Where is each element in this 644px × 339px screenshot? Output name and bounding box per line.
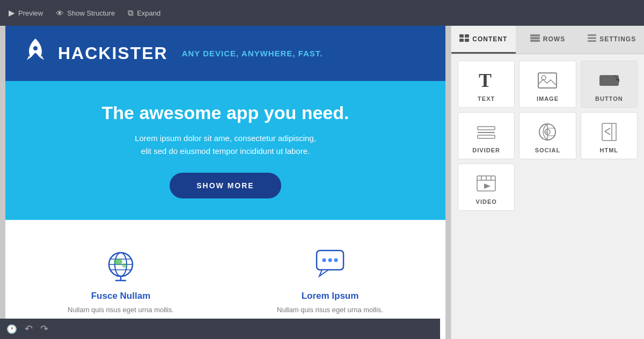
tab-settings[interactable]: SETTINGS — [580, 26, 644, 54]
hero-tagline: ANY DEVICE, ANYWHERE, FAST. — [182, 49, 323, 58]
hero-headline: The awesome app you need. — [21, 102, 429, 123]
canvas-bottom-toolbar: 🕐 ↶ ↷ — [0, 319, 440, 339]
preview-label: Preview — [18, 9, 43, 17]
main-area: HACKISTER ANY DEVICE, ANYWHERE, FAST. Th… — [0, 26, 644, 339]
expand-icon: ⧉ — [128, 8, 134, 18]
preview-icon: ▶ — [9, 8, 15, 18]
feature-desc-1: Nullam quis risus eget urna mollis. — [27, 306, 215, 314]
text-icon: T — [478, 70, 495, 91]
svg-rect-15 — [459, 34, 464, 38]
svg-rect-26 — [538, 73, 557, 88]
video-icon — [477, 173, 496, 194]
svg-text:T: T — [479, 71, 492, 90]
show-structure-icon: 👁 — [56, 9, 64, 18]
tab-content-label: CONTENT — [472, 35, 507, 43]
button-item-label: BUTTON — [595, 95, 623, 102]
svg-rect-18 — [465, 39, 469, 42]
feature-desc-2: Nullam quis risus eget urna mollis. — [236, 306, 424, 314]
top-toolbar: ▶ Preview 👁 Show Structure ⧉ Expand — [0, 0, 644, 26]
panel-tabs: CONTENT ROWS — [451, 26, 644, 54]
tab-content[interactable]: CONTENT — [451, 26, 516, 54]
hero-body-text: Lorem ipsum dolor sit ame, consectetur a… — [21, 132, 429, 158]
svg-point-27 — [541, 76, 546, 80]
features-section: Fusce Nullam Nullam quis risus eget urna… — [5, 220, 445, 330]
content-item-button[interactable]: BUTTON — [581, 61, 638, 108]
video-item-label: VIDEO — [476, 198, 497, 205]
settings-tab-icon — [588, 34, 596, 43]
brand-name: HACKISTER — [58, 43, 168, 63]
history-button[interactable]: 🕐 — [6, 324, 17, 334]
svg-rect-17 — [459, 39, 464, 42]
social-icon: + — [539, 121, 556, 143]
content-item-image[interactable]: IMAGE — [519, 61, 576, 108]
svg-point-8 — [114, 259, 122, 265]
svg-point-13 — [328, 259, 332, 262]
undo-button[interactable]: ↶ — [25, 323, 33, 335]
chat-icon — [236, 241, 424, 284]
content-item-html[interactable]: HTML — [581, 112, 638, 159]
svg-rect-20 — [530, 37, 540, 39]
html-item-label: HTML — [600, 147, 619, 153]
svg-marker-11 — [319, 270, 328, 276]
expand-button[interactable]: ⧉ Expand — [128, 8, 160, 18]
divider-icon — [477, 121, 496, 143]
tab-rows-label: ROWS — [543, 35, 565, 43]
content-grid: T TEXT IMAGE — [451, 54, 644, 217]
feature-item-2: Lorem Ipsum Nullam quis risus eget urna … — [225, 236, 435, 319]
rocket-icon — [21, 36, 49, 70]
svg-line-42 — [605, 131, 610, 135]
svg-rect-19 — [530, 34, 540, 36]
social-item-label: SOCIAL — [535, 147, 561, 153]
svg-line-41 — [605, 128, 610, 131]
svg-point-14 — [334, 259, 338, 262]
svg-rect-33 — [478, 135, 495, 138]
expand-label: Expand — [137, 9, 160, 17]
feature-item-1: Fusce Nullam Nullam quis risus eget urna… — [16, 236, 225, 319]
right-panel: CONTENT ROWS — [451, 26, 644, 339]
svg-rect-24 — [588, 40, 596, 42]
show-more-button[interactable]: SHOW MORE — [170, 173, 281, 198]
show-structure-button[interactable]: 👁 Show Structure — [56, 9, 115, 18]
svg-point-12 — [323, 259, 326, 262]
html-icon — [601, 121, 617, 143]
canvas-area: HACKISTER ANY DEVICE, ANYWHERE, FAST. Th… — [0, 26, 451, 339]
svg-marker-48 — [484, 183, 491, 189]
text-item-label: TEXT — [478, 95, 495, 102]
divider-item-label: DIVIDER — [472, 147, 500, 153]
content-item-text[interactable]: T TEXT — [458, 61, 515, 108]
svg-point-9 — [122, 263, 127, 268]
image-icon — [538, 70, 557, 91]
redo-button[interactable]: ↷ — [40, 323, 48, 335]
hero-header: HACKISTER ANY DEVICE, ANYWHERE, FAST. — [5, 26, 445, 81]
svg-rect-21 — [530, 40, 540, 42]
svg-rect-23 — [588, 38, 596, 39]
svg-rect-22 — [588, 34, 596, 36]
email-preview: HACKISTER ANY DEVICE, ANYWHERE, FAST. Th… — [5, 26, 445, 339]
svg-rect-16 — [465, 34, 469, 38]
tab-settings-label: SETTINGS — [599, 35, 636, 43]
image-item-label: IMAGE — [537, 95, 559, 102]
content-item-video[interactable]: VIDEO — [458, 164, 515, 211]
rows-tab-icon — [530, 34, 540, 43]
preview-button[interactable]: ▶ Preview — [9, 8, 43, 18]
content-item-divider[interactable]: DIVIDER — [458, 112, 515, 159]
svg-rect-32 — [478, 132, 495, 133]
svg-rect-31 — [478, 127, 495, 130]
hero-body: The awesome app you need. Lorem ipsum do… — [5, 81, 445, 220]
feature-title-1: Fusce Nullam — [27, 291, 215, 301]
globe-icon — [27, 241, 215, 284]
svg-text:+: + — [545, 129, 548, 135]
svg-point-0 — [33, 46, 38, 50]
content-item-social[interactable]: + SOCIAL — [519, 112, 576, 159]
tab-rows[interactable]: ROWS — [516, 26, 580, 54]
svg-rect-40 — [602, 123, 612, 141]
button-icon — [599, 70, 619, 91]
show-structure-label: Show Structure — [67, 9, 115, 17]
feature-title-2: Lorem Ipsum — [236, 291, 424, 301]
content-tab-icon — [459, 34, 469, 43]
